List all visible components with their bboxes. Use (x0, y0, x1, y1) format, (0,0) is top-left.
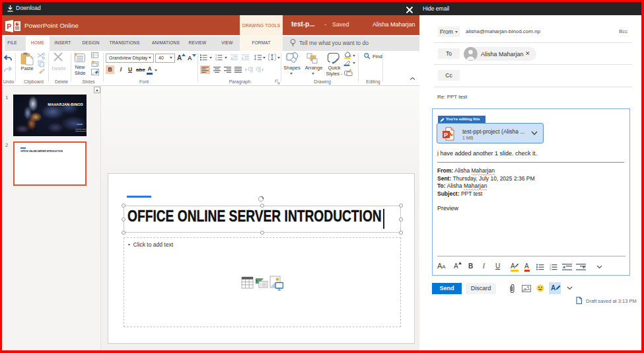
svg-text:P: P (444, 132, 448, 138)
svg-text:3: 3 (215, 59, 217, 61)
svg-text:P: P (7, 22, 11, 30)
svg-text:3: 3 (550, 268, 551, 270)
